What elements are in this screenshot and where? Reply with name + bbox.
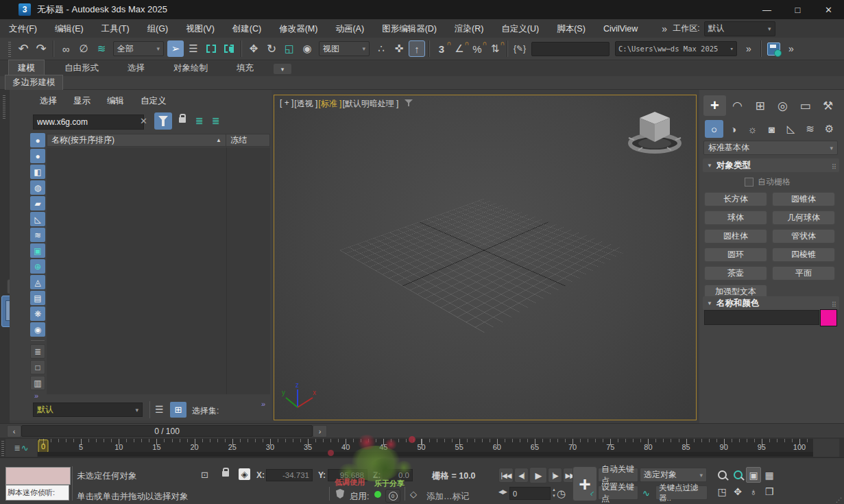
active-layer-dropdown[interactable]: 默认 ▾ [33, 403, 143, 417]
window-crossing-toggle[interactable] [221, 40, 237, 57]
set-keys-button[interactable]: + ⌐ [572, 466, 597, 501]
current-frame-marker[interactable]: 0 [38, 440, 49, 453]
selection-set-dropdown[interactable]: 选定对象 ▾ [640, 468, 707, 482]
viewport-general-menu[interactable]: [ + ] [280, 98, 293, 110]
selection-lock-toggle[interactable] [222, 471, 229, 477]
project-folder-dropdown[interactable]: C:\Users\ww⋯ds Max 2025 ▾ [615, 41, 737, 56]
teapot-button[interactable]: 茶壶 [704, 266, 767, 280]
toolbar-overflow-chevron-2[interactable]: » [783, 40, 799, 57]
object-name-input[interactable] [704, 310, 819, 325]
zoom-all-icon[interactable] [730, 467, 745, 483]
category-geometry-icon[interactable]: ○ [705, 120, 723, 138]
display-filter-lights-icon[interactable]: ◍ [30, 180, 45, 195]
frozen-column-header[interactable]: 冻结 [226, 134, 270, 147]
panel-tab-display[interactable]: ▭ [794, 95, 817, 116]
subcategory-dropdown[interactable]: 标准基本体 ▾ [703, 141, 838, 155]
safe-scene-shield-icon[interactable] [336, 489, 344, 499]
timeline-ruler[interactable]: 5101520253035404550556065707580859095100… [38, 439, 813, 452]
display-filter-containers-icon[interactable]: ▤ [30, 291, 45, 305]
rectangular-selection-region-button[interactable] [203, 40, 219, 57]
layers-icon[interactable]: ☰ [155, 404, 164, 415]
go-to-start-button[interactable]: |◀◀ [498, 468, 514, 483]
display-filter-cameras-icon[interactable]: ▰ [30, 196, 45, 211]
add-time-tag[interactable]: 添加…标记 [426, 491, 470, 503]
display-filter-visibility-icon[interactable]: ◉ [30, 322, 45, 337]
display-filter-list-view-icon[interactable]: ≣ [30, 344, 45, 359]
display-filter-shapes-icon[interactable]: ◧ [30, 165, 45, 179]
edit-named-selection-sets-button[interactable]: {✎} [511, 40, 528, 57]
polygon-modeling-panel-tab[interactable]: 多边形建模 [5, 75, 63, 91]
current-frame-spinner[interactable]: 0 [509, 487, 551, 500]
angle-snap-toggle-button[interactable]: ∠∩ [451, 40, 468, 57]
panel-tab-modify[interactable]: ◠ [726, 95, 749, 116]
window-resize-grip[interactable]: ⋰ [836, 496, 842, 503]
select-and-rotate-button[interactable]: ↻ [263, 40, 280, 57]
footer-more-chevron[interactable]: » [261, 400, 265, 408]
time-slider-handle[interactable]: 0 / 100 [21, 425, 313, 437]
lock-explorer-icon[interactable] [179, 117, 186, 123]
viewport-renderer-menu[interactable]: [标准 ] [318, 98, 341, 110]
use-pivot-center-button[interactable]: ∴ [373, 40, 389, 57]
menu-item-tools[interactable]: 工具(T) [93, 20, 138, 38]
undo-button[interactable]: ↶ [15, 40, 32, 57]
display-filter-notes-icon[interactable]: ▥ [30, 376, 45, 390]
toolbar-drag-handle[interactable] [8, 40, 11, 57]
display-filter-helpers-icon[interactable]: ◺ [30, 212, 45, 226]
y-coordinate-field[interactable]: 95.688 [328, 469, 367, 481]
plane-button[interactable]: 平面 [772, 266, 835, 280]
absolute-offset-mode-toggle[interactable]: ◈ [239, 468, 250, 480]
ribbon-tab-object-paint[interactable]: 对象绘制 [165, 60, 217, 76]
select-and-move-button[interactable]: ✥ [245, 40, 262, 57]
ribbon-tab-populate[interactable]: 填充 [228, 60, 263, 76]
percent-snap-toggle-button[interactable]: %∩ [469, 40, 485, 57]
named-selection-sets-field[interactable] [531, 42, 610, 56]
menu-item-rendering[interactable]: 渲染(R) [446, 20, 492, 38]
scene-converter-cube-icon[interactable]: ◇ [410, 489, 417, 499]
selection-filter-dropdown[interactable]: 全部 ▾ [113, 41, 164, 56]
maximize-viewport-toggle-icon[interactable]: ❒ [762, 483, 777, 499]
viewcube[interactable] [623, 102, 686, 163]
key-filters-button[interactable]: 关键点过滤器.. [655, 485, 708, 500]
x-coordinate-field[interactable]: -34.731 [266, 469, 313, 481]
category-helpers-icon[interactable]: ◺ [782, 120, 800, 138]
menu-item-animation[interactable]: 动画(A) [326, 20, 373, 38]
zoom-extents-icon[interactable]: ▣ [746, 467, 761, 483]
isolate-selection-toggle[interactable]: ⊡ [201, 470, 208, 480]
panel-tab-utilities[interactable]: ⚒ [817, 95, 839, 116]
next-frame-button[interactable]: › [313, 425, 327, 437]
ribbon-tab-selection[interactable]: 选择 [119, 60, 154, 76]
panel-tab-motion[interactable]: ◎ [771, 95, 794, 116]
viewport-shading-menu[interactable]: [默认明暗处理 ] [342, 98, 398, 110]
menu-overflow-chevron[interactable]: » [662, 23, 667, 34]
track-bar[interactable]: ≣ ∿ 510152025303540455055606570758085909… [0, 437, 844, 457]
explorer-menu-display[interactable]: 显示 [73, 95, 91, 107]
zoom-icon[interactable] [714, 467, 730, 483]
select-by-name-button[interactable]: ☰ [185, 40, 202, 57]
play-button[interactable]: ▶ [529, 467, 547, 483]
ribbon-tab-freeform[interactable]: 自由形式 [56, 60, 108, 76]
previous-frame-button[interactable]: ‹ [7, 425, 21, 437]
mini-curve-editor-button[interactable]: ≣ ∿ [5, 439, 37, 457]
color-swatch[interactable] [820, 309, 837, 326]
viewport-filter-funnel-icon[interactable] [405, 99, 413, 106]
default-tangent-icon[interactable]: ∿ [642, 488, 650, 499]
auto-key-button[interactable]: 自动关键点 [598, 468, 638, 482]
category-shapes-icon[interactable]: ◑ [724, 120, 743, 138]
layer-mode-icon[interactable]: ≣ [212, 115, 220, 126]
menu-item-create[interactable]: 创建(C) [224, 20, 270, 38]
select-and-place-button[interactable]: ◉ [299, 40, 315, 57]
explorer-menu-customize[interactable]: 自定义 [141, 95, 167, 107]
menu-item-civilview[interactable]: CivilView [594, 20, 647, 38]
category-cameras-icon[interactable]: ◙ [762, 120, 781, 138]
category-space-warps-icon[interactable]: ≋ [801, 120, 819, 138]
reference-coordinate-dropdown[interactable]: 视图 ▾ [319, 41, 370, 56]
spinner-arrows[interactable]: ▲▼ [552, 487, 556, 499]
dock-drag-handle[interactable] [3, 95, 5, 119]
maximize-button[interactable]: □ [782, 0, 813, 19]
menu-item-edit[interactable]: 编辑(E) [46, 20, 93, 38]
menu-item-modifiers[interactable]: 修改器(M) [270, 20, 326, 38]
blocked-scripts-count-button[interactable]: 0 [385, 489, 400, 503]
object-type-rollout-header[interactable]: ▼ 对象类型 ⠿ [703, 158, 839, 172]
close-button[interactable]: ✕ [813, 0, 844, 19]
explorer-search-input[interactable] [33, 115, 144, 130]
